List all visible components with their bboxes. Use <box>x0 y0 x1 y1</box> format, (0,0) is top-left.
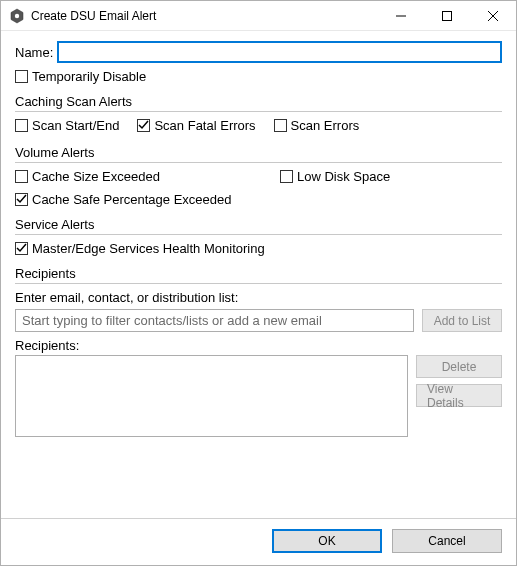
name-row: Name: <box>15 41 502 63</box>
low-disk-space-row: Low Disk Space <box>280 169 390 184</box>
svg-rect-3 <box>443 11 452 20</box>
caching-scan-alerts-section: Caching Scan Alerts Scan Start/End Scan … <box>15 94 502 139</box>
app-icon <box>9 8 25 24</box>
dialog-content: Name: Temporarily Disable Caching Scan A… <box>1 31 516 518</box>
low-disk-space-checkbox[interactable] <box>280 170 293 183</box>
cache-safe-percentage-exceeded-label: Cache Safe Percentage Exceeded <box>32 192 231 207</box>
maximize-button[interactable] <box>424 1 470 31</box>
name-input[interactable] <box>57 41 502 63</box>
service-alerts-heading: Service Alerts <box>15 217 502 232</box>
temporarily-disable-checkbox[interactable] <box>15 70 28 83</box>
scan-errors-checkbox[interactable] <box>274 119 287 132</box>
scan-errors-label: Scan Errors <box>291 118 360 133</box>
scan-fatal-errors-label: Scan Fatal Errors <box>154 118 255 133</box>
cache-size-exceeded-checkbox[interactable] <box>15 170 28 183</box>
service-alerts-section: Service Alerts Master/Edge Services Heal… <box>15 217 502 260</box>
scan-start-end-checkbox[interactable] <box>15 119 28 132</box>
health-monitoring-label: Master/Edge Services Health Monitoring <box>32 241 265 256</box>
add-to-list-button[interactable]: Add to List <box>422 309 502 332</box>
recipients-filter-input[interactable] <box>15 309 414 332</box>
recipients-prompt: Enter email, contact, or distribution li… <box>15 290 502 305</box>
temporarily-disable-row: Temporarily Disable <box>15 69 502 84</box>
minimize-button[interactable] <box>378 1 424 31</box>
delete-button[interactable]: Delete <box>416 355 502 378</box>
recipients-list-label: Recipients: <box>15 338 502 353</box>
recipients-heading: Recipients <box>15 266 502 281</box>
health-monitoring-row: Master/Edge Services Health Monitoring <box>15 241 502 256</box>
recipients-listbox[interactable] <box>15 355 408 437</box>
recipients-section: Recipients Enter email, contact, or dist… <box>15 266 502 437</box>
cache-size-exceeded-row: Cache Size Exceeded <box>15 169 280 184</box>
scan-start-end-row: Scan Start/End <box>15 118 119 133</box>
cache-size-exceeded-label: Cache Size Exceeded <box>32 169 160 184</box>
name-label: Name: <box>15 45 53 60</box>
close-button[interactable] <box>470 1 516 31</box>
svg-point-1 <box>15 13 19 17</box>
volume-alerts-heading: Volume Alerts <box>15 145 502 160</box>
scan-fatal-errors-row: Scan Fatal Errors <box>137 118 255 133</box>
temporarily-disable-label: Temporarily Disable <box>32 69 146 84</box>
title-bar: Create DSU Email Alert <box>1 1 516 31</box>
dialog-button-bar: OK Cancel <box>1 518 516 565</box>
view-details-button[interactable]: View Details <box>416 384 502 407</box>
scan-fatal-errors-checkbox[interactable] <box>137 119 150 132</box>
scan-start-end-label: Scan Start/End <box>32 118 119 133</box>
cache-safe-percentage-exceeded-row: Cache Safe Percentage Exceeded <box>15 192 280 207</box>
scan-errors-row: Scan Errors <box>274 118 360 133</box>
ok-button[interactable]: OK <box>272 529 382 553</box>
caching-scan-alerts-heading: Caching Scan Alerts <box>15 94 502 109</box>
volume-alerts-section: Volume Alerts Cache Size Exceeded <box>15 145 502 211</box>
health-monitoring-checkbox[interactable] <box>15 242 28 255</box>
cache-safe-percentage-exceeded-checkbox[interactable] <box>15 193 28 206</box>
window-title: Create DSU Email Alert <box>31 9 156 23</box>
low-disk-space-label: Low Disk Space <box>297 169 390 184</box>
cancel-button[interactable]: Cancel <box>392 529 502 553</box>
